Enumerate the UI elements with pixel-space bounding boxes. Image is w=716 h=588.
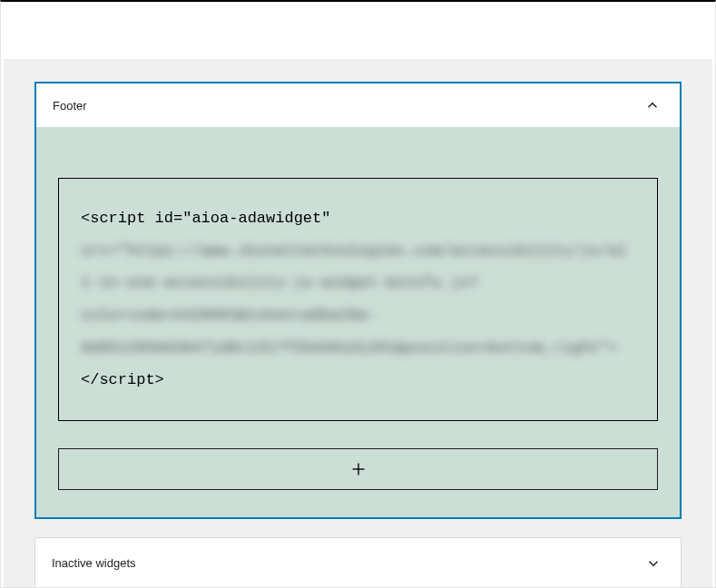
plus-icon [348, 459, 368, 479]
chevron-down-icon [642, 553, 664, 574]
footer-panel: Footer <script id="aioa-adawidget" src="… [34, 82, 682, 519]
widgets-area: Footer <script id="aioa-adawidget" src="… [4, 59, 712, 587]
custom-html-code-block[interactable]: <script id="aioa-adawidget" src="https:/… [58, 178, 658, 421]
add-block-button[interactable] [58, 448, 658, 490]
code-line-open: <script id="aioa-adawidget" [81, 210, 330, 227]
app-frame: Footer <script id="aioa-adawidget" src="… [0, 0, 716, 588]
chevron-up-icon [642, 94, 663, 116]
footer-panel-title: Footer [53, 99, 87, 113]
code-line-close: </script> [81, 371, 164, 388]
footer-panel-header[interactable]: Footer [36, 83, 680, 127]
inactive-widgets-header[interactable]: Inactive widgets [35, 538, 681, 587]
footer-panel-body: <script id="aioa-adawidget" src="https:/… [36, 127, 680, 517]
code-line-src-blurred: src="https://www.skynettechnologies.com/… [81, 242, 627, 357]
inactive-widgets-panel: Inactive widgets [34, 537, 682, 587]
inactive-widgets-title: Inactive widgets [52, 556, 136, 570]
